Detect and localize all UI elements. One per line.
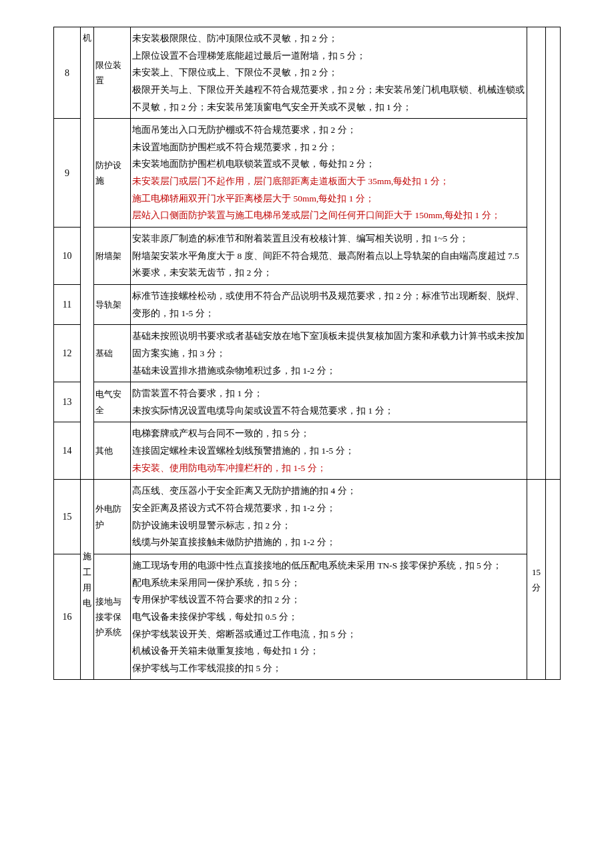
row-number: 13 [54, 382, 81, 422]
content-cell: 地面吊笼出入口无防护棚或不符合规范要求，扣 2 分；未设置地面防护围栏或不符合规… [131, 119, 527, 228]
content-line: 附墙架安装水平角度大于 8 度、间距不符合规范、最高附着点以上导轨架的自由端高度… [132, 248, 525, 282]
content-line: 防雷装置不符合要求，扣 1 分； [132, 385, 525, 402]
content-line: 未安装地面防护围栏机电联锁装置或不灵敏，每处扣 2 分； [132, 155, 525, 173]
content-cell: 标准节连接螺栓松动，或使用不符合产品说明书及规范要求，扣 2 分；标准节出现断裂… [131, 284, 527, 324]
content-line: 连接固定螺栓未设置螺栓划线预警措施的，扣 1-5 分； [132, 442, 525, 460]
item-cell: 电气安全 [94, 382, 131, 422]
content-line: 未设置地面防护围栏或不符合规范要求，扣 2 分； [132, 139, 525, 156]
content-line: 高压线、变压器小于安全距离又无防护措施的扣 4 分； [132, 482, 525, 500]
row-number: 14 [54, 422, 81, 480]
item-cell: 导轨架 [94, 284, 131, 324]
content-line: 施工电梯轿厢双开门水平距离楼层大于 50mm,每处扣 1 分； [132, 190, 525, 207]
empty-cell [546, 27, 561, 480]
content-line: 未安装、使用防电动车冲撞栏杆的，扣 1-5 分； [132, 460, 525, 477]
item-cell: 防护设施 [94, 119, 131, 228]
content-line: 电气设备未接保护零线，每处扣 0.5 分； [132, 608, 525, 626]
row-number: 15 [54, 480, 81, 554]
content-line: 未安装层门或层门不起作用，层门底部距离走道板面大于 35mm,每处扣 1 分； [132, 173, 525, 190]
row-number: 10 [54, 228, 81, 285]
empty-cell [546, 480, 561, 680]
content-line: 电梯套牌或产权与合同不一致的，扣 5 分； [132, 425, 525, 442]
content-cell: 安装非原厂制造的标准节和附着装置且没有校核计算、编写相关说明，扣 1~5 分；附… [131, 228, 527, 285]
content-cell: 电梯套牌或产权与合同不一致的，扣 5 分；连接固定螺栓未设置螺栓划线预警措施的，… [131, 422, 527, 480]
score-cell [527, 27, 546, 480]
content-line: 未安装极限限位、防冲顶限位或不灵敏，扣 2 分； [132, 30, 525, 47]
row-number: 11 [54, 284, 81, 324]
content-line: 安装非原厂制造的标准节和附着装置且没有校核计算、编写相关说明，扣 1~5 分； [132, 230, 525, 248]
score-cell: 15分 [527, 480, 546, 680]
item-cell: 基础 [94, 325, 131, 382]
content-line: 保护零线与工作零线混接的扣 5 分； [132, 660, 525, 677]
content-line: 专用保护零线设置不符合要求的扣 2 分； [132, 591, 525, 608]
content-line: 未按实际情况设置电缆导向架或设置不符合规范要求，扣 1 分； [132, 402, 525, 420]
item-cell: 限位装置 [94, 27, 131, 119]
category-cell: 施工用电 [81, 480, 94, 680]
content-cell: 防雷装置不符合要求，扣 1 分；未按实际情况设置电缆导向架或设置不符合规范要求，… [131, 382, 527, 422]
row-number: 16 [54, 554, 81, 679]
inspection-table: 8机限位装置未安装极限限位、防冲顶限位或不灵敏，扣 2 分；上限位设置不合理梯笼… [53, 27, 561, 680]
item-cell: 外电防护 [94, 480, 131, 554]
content-line: 上限位设置不合理梯笼底能超过最后一道附墙，扣 5 分； [132, 47, 525, 65]
item-cell: 接地与接零保护系统 [94, 554, 131, 679]
content-line: 未安装上、下限位或上、下限位不灵敏，扣 2 分； [132, 64, 525, 81]
content-line: 极限开关与上、下限位开关越程不符合规范要求，扣 2 分；未安装吊笼门机电联锁、机… [132, 81, 525, 115]
content-line: 施工现场专用的电源中性点直接接地的低压配电系统未采用 TN-S 接零保护系统，扣… [132, 557, 525, 574]
content-line: 机械设备开关箱未做重复接地，每处扣 1 分； [132, 642, 525, 660]
content-line: 防护设施未设明显警示标志，扣 2 分； [132, 517, 525, 534]
content-cell: 高压线、变压器小于安全距离又无防护措施的扣 4 分；安全距离及搭设方式不符合规范… [131, 480, 527, 554]
row-number: 12 [54, 325, 81, 382]
content-line: 基础未设置排水措施或杂物堆积过多，扣 1-2 分； [132, 362, 525, 380]
category-cell: 机 [81, 27, 94, 480]
content-line: 保护零线装设开关、熔断器或通过工作电流，扣 5 分； [132, 626, 525, 643]
item-cell: 其他 [94, 422, 131, 480]
content-line: 线缆与外架直接接触未做防护措施的，扣 1-2 分； [132, 534, 525, 551]
item-cell: 附墙架 [94, 228, 131, 285]
content-line: 安全距离及搭设方式不符合规范要求，扣 1-2 分； [132, 500, 525, 517]
content-line: 标准节连接螺栓松动，或使用不符合产品说明书及规范要求，扣 2 分；标准节出现断裂… [132, 288, 525, 322]
content-cell: 未安装极限限位、防冲顶限位或不灵敏，扣 2 分；上限位设置不合理梯笼底能超过最后… [131, 27, 527, 119]
content-line: 基础未按照说明书要求或者基础安放在地下室顶板未提供复核加固方案和承载力计算书或未… [132, 328, 525, 362]
row-number: 9 [54, 119, 81, 228]
content-cell: 基础未按照说明书要求或者基础安放在地下室顶板未提供复核加固方案和承载力计算书或未… [131, 325, 527, 382]
content-line: 层站入口侧面防护装置与施工电梯吊笼或层门之间任何开口间距大于 150mm,每处扣… [132, 207, 525, 224]
row-number: 8 [54, 27, 81, 119]
content-cell: 施工现场专用的电源中性点直接接地的低压配电系统未采用 TN-S 接零保护系统，扣… [131, 554, 527, 679]
content-line: 配电系统未采用同一保护系统，扣 5 分； [132, 574, 525, 592]
content-line: 地面吊笼出入口无防护棚或不符合规范要求，扣 2 分； [132, 121, 525, 139]
